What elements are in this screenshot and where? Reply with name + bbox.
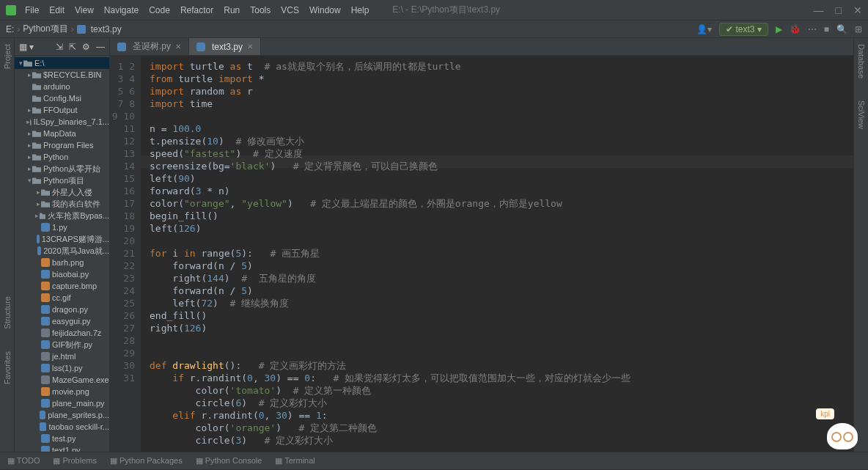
window-controls: — □ ✕ — [814, 4, 862, 16]
editor-area: 圣诞树.py✕text3.py✕ 1 2 3 4 5 6 7 8 9 10 11… — [110, 38, 853, 452]
tree-item[interactable]: feijidazhan.7z — [15, 327, 109, 339]
left-tool-stripe: Project Structure Favorites — [0, 38, 15, 452]
collapse-all-icon[interactable]: ⇱ — [69, 42, 76, 52]
tree-item[interactable]: movie.png — [15, 386, 109, 397]
settings-icon[interactable]: ⊞ — [855, 24, 862, 34]
breadcrumb-file[interactable]: text3.py — [91, 24, 122, 34]
expand-all-icon[interactable]: ⇲ — [56, 42, 63, 52]
bottom-tab-todo[interactable]: ▦ TODO — [7, 456, 40, 466]
tree-item[interactable]: ▾E:\ — [15, 57, 109, 69]
tree-item[interactable]: arduino — [15, 81, 109, 92]
right-tool-stripe: Database SciView — [853, 38, 868, 452]
tree-item[interactable]: ▾Python项目 — [15, 175, 109, 186]
tree-item[interactable]: capture.bmp — [15, 280, 109, 292]
tree-item[interactable]: ▸MapData — [15, 128, 109, 139]
tree-item[interactable]: ▸外星人入侵 — [15, 186, 109, 198]
menu-tools[interactable]: Tools — [250, 5, 271, 15]
main-menu: FileEditViewNavigateCodeRefactorRunTools… — [25, 5, 369, 15]
line-gutter: 1 2 3 4 5 6 7 8 9 10 11 12 13 14 15 16 1… — [110, 56, 141, 452]
hide-icon[interactable]: — — [96, 42, 105, 52]
python-file-icon — [196, 43, 205, 51]
python-file-icon — [117, 43, 126, 51]
project-toolbar: ▦ ▾ ⇲ ⇱ ⚙ — — [15, 38, 109, 56]
code-editor[interactable]: import turtle as t # as就是取个别名，后续调用的t都是tu… — [141, 56, 853, 452]
tree-item[interactable]: ▸Program Files — [15, 139, 109, 151]
close-icon[interactable]: ✕ — [247, 43, 253, 51]
tree-item[interactable]: 1.py — [15, 221, 109, 233]
tree-item[interactable]: lss(1).py — [15, 362, 109, 374]
favorites-tool-tab[interactable]: Favorites — [3, 351, 12, 384]
tree-item[interactable]: ▸ILSpy_binaries_7.1... — [15, 116, 109, 128]
tree-item[interactable]: je.html — [15, 350, 109, 362]
structure-tool-tab[interactable]: Structure — [3, 296, 12, 329]
editor-tabs: 圣诞树.py✕text3.py✕ — [110, 38, 853, 56]
user-icon[interactable]: 👤▾ — [696, 24, 712, 34]
chevron-right-icon: › — [17, 24, 20, 34]
breadcrumb-root[interactable]: E: — [6, 24, 14, 34]
bottom-tool-tabs: ▦ TODO▦ Problems▦ Python Packages▦ Pytho… — [0, 452, 868, 469]
tree-item[interactable]: Config.Msi — [15, 92, 109, 104]
run-more-button[interactable]: ⋯ — [808, 24, 817, 34]
menu-code[interactable]: Code — [149, 5, 170, 15]
tree-item[interactable]: ▸$RECYCLE.BIN — [15, 69, 109, 81]
tree-item[interactable]: ▸FFOutput — [15, 104, 109, 116]
menu-view[interactable]: View — [75, 5, 94, 15]
menu-window[interactable]: Window — [309, 5, 341, 15]
close-icon[interactable]: ✕ — [175, 43, 181, 51]
search-icon[interactable]: 🔍 — [836, 24, 847, 34]
tree-item[interactable]: 13CRAPS赌博游... — [15, 233, 109, 245]
project-tool-tab[interactable]: Project — [3, 44, 12, 69]
app-logo-icon — [6, 5, 16, 15]
project-tree: ▾E:\▸$RECYCLE.BINarduinoConfig.Msi▸FFOut… — [15, 56, 109, 452]
run-button[interactable]: ▶ — [776, 24, 782, 34]
project-view-selector[interactable]: ▦ ▾ — [19, 42, 34, 52]
navigation-bar: E: › Python项目 › text3.py 👤▾ ✔ text3 ▾ ▶ … — [0, 21, 868, 38]
tree-item[interactable]: test.py — [15, 433, 109, 444]
menu-file[interactable]: File — [25, 5, 39, 15]
menu-edit[interactable]: Edit — [49, 5, 65, 15]
tree-item[interactable]: taobao seckill-r... — [15, 421, 109, 433]
menu-help[interactable]: Help — [351, 5, 369, 15]
close-button[interactable]: ✕ — [853, 4, 862, 16]
tree-item[interactable]: 2020黑马Java就... — [15, 245, 109, 257]
maximize-button[interactable]: □ — [836, 4, 842, 16]
tree-item[interactable]: GIF制作.py — [15, 339, 109, 350]
tree-item[interactable]: ▸我的表白软件 — [15, 198, 109, 210]
tree-item[interactable]: ▸Python — [15, 151, 109, 163]
breadcrumb: E: › Python项目 › text3.py — [6, 23, 122, 35]
tree-item[interactable]: MazeGame.exe — [15, 374, 109, 386]
python-file-icon — [77, 25, 86, 34]
project-panel: ▦ ▾ ⇲ ⇱ ⚙ — ▾E:\▸$RECYCLE.BINarduinoConf… — [15, 38, 110, 452]
stop-button[interactable]: ■ — [824, 24, 829, 34]
tree-item[interactable]: easygui.py — [15, 315, 109, 327]
bottom-tab-python-console[interactable]: ▦ Python Console — [196, 456, 262, 466]
menu-vcs[interactable]: VCS — [281, 5, 299, 15]
title-path: E:\ - E:\Python项目\text3.py — [392, 4, 500, 16]
run-config-selector[interactable]: ✔ text3 ▾ — [719, 23, 768, 36]
editor-tab[interactable]: text3.py✕ — [189, 38, 261, 55]
tree-item[interactable]: plane_main.py — [15, 397, 109, 409]
debug-button[interactable]: 🐞 — [790, 24, 801, 34]
tree-item[interactable]: biaobai.py — [15, 268, 109, 280]
menu-refactor[interactable]: Refactor — [180, 5, 213, 15]
menu-run[interactable]: Run — [224, 5, 240, 15]
chevron-right-icon: › — [71, 24, 74, 34]
tree-item[interactable]: cc.gif — [15, 292, 109, 304]
tree-item[interactable]: text1.py — [15, 444, 109, 452]
database-tool-tab[interactable]: Database — [857, 44, 866, 78]
tree-item[interactable]: plane_sprites.p... — [15, 409, 109, 421]
titlebar: FileEditViewNavigateCodeRefactorRunTools… — [0, 0, 868, 21]
menu-navigate[interactable]: Navigate — [104, 5, 139, 15]
bottom-tab-python-packages[interactable]: ▦ Python Packages — [110, 456, 183, 466]
settings-icon[interactable]: ⚙ — [82, 42, 90, 52]
bottom-tab-terminal[interactable]: ▦ Terminal — [275, 456, 315, 466]
tree-item[interactable]: ▸Python从零开始 — [15, 163, 109, 175]
breadcrumb-folder[interactable]: Python项目 — [23, 23, 67, 35]
minimize-button[interactable]: — — [814, 4, 824, 16]
tree-item[interactable]: ▸火车抢票Bypas... — [15, 210, 109, 221]
tree-item[interactable]: dragon.py — [15, 304, 109, 315]
sciview-tool-tab[interactable]: SciView — [857, 100, 866, 129]
editor-tab[interactable]: 圣诞树.py✕ — [110, 38, 189, 55]
bottom-tab-problems[interactable]: ▦ Problems — [53, 456, 97, 466]
tree-item[interactable]: barh.png — [15, 257, 109, 268]
